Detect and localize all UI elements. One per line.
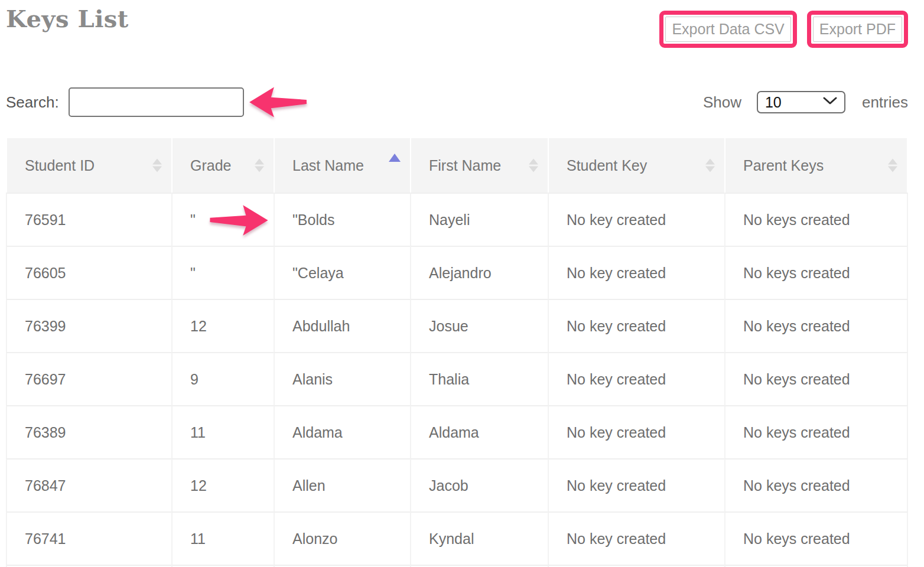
annotation-arrow-left — [248, 84, 309, 120]
cell-first-name — [410, 565, 548, 567]
cell-last-name: "Bolds — [274, 193, 410, 246]
search-label: Search: — [6, 93, 59, 112]
cell-student-key: No key created — [548, 352, 724, 405]
column-header-last-name[interactable]: Last Name — [274, 138, 410, 193]
table-row: 76605""CelayaAlejandroNo key createdNo k… — [6, 246, 908, 299]
cell-text: No keys created — [743, 424, 850, 441]
cell-text: "Bolds — [292, 211, 334, 228]
cell-grade: " — [171, 246, 274, 299]
cell-text: Alejandro — [429, 265, 492, 281]
cell-text: Kyndal — [429, 530, 474, 547]
cell-text: 76591 — [25, 211, 66, 228]
cell-text: " — [190, 211, 196, 228]
table-row-partial — [6, 565, 908, 567]
cell-text: Nayeli — [429, 211, 470, 228]
cell-parent-keys: No keys created — [724, 193, 908, 246]
annotation-box-export-csv: Export Data CSV — [659, 11, 796, 48]
cell-text: No keys created — [743, 530, 850, 547]
table-row: 7684712AllenJacobNo key createdNo keys c… — [6, 458, 908, 511]
cell-last-name: Alanis — [274, 352, 410, 405]
cell-student-key: No key created — [548, 458, 724, 511]
cell-grade: 11 — [171, 511, 274, 565]
column-header-parent-keys[interactable]: Parent Keys — [724, 138, 908, 193]
cell-grade: 12 — [171, 458, 274, 511]
cell-last-name: Allen — [274, 458, 410, 511]
cell-text: No keys created — [743, 318, 850, 334]
cell-grade: 9 — [171, 352, 274, 405]
cell-parent-keys: No keys created — [724, 458, 908, 511]
cell-parent-keys: No keys created — [724, 299, 908, 352]
cell-parent-keys — [724, 565, 908, 567]
keys-list-page: Keys List Export Data CSV Export PDF Sea… — [0, 0, 924, 567]
cell-text: 76605 — [25, 265, 66, 281]
page-size-area: Show 10 entries — [703, 91, 908, 113]
cell-text: Allen — [292, 477, 326, 494]
cell-text: 9 — [190, 371, 199, 387]
cell-student-key: No key created — [548, 511, 724, 565]
cell-last-name — [274, 565, 410, 567]
column-label: Parent Keys — [743, 157, 824, 174]
cell-first-name: Aldama — [410, 405, 548, 458]
cell-grade: 11 — [171, 405, 274, 458]
cell-text: No keys created — [743, 211, 850, 228]
cell-text: No key created — [567, 424, 666, 441]
cell-last-name: Abdullah — [274, 299, 410, 352]
table-row: 7638911AldamaAldamaNo key createdNo keys… — [6, 405, 908, 458]
cell-text: Jacob — [429, 477, 468, 494]
cell-student-id — [6, 565, 171, 567]
cell-text: No key created — [567, 265, 666, 281]
cell-first-name: Kyndal — [410, 511, 548, 565]
column-header-student-id[interactable]: Student ID — [6, 138, 171, 193]
cell-first-name: Nayeli — [410, 193, 548, 246]
table-controls: Search: Show 10 entries — [6, 86, 908, 119]
table-row: 766979AlanisThaliaNo key createdNo keys … — [6, 352, 908, 405]
cell-last-name: "Celaya — [274, 246, 410, 299]
keys-table: Student IDGradeLast NameFirst NameStuden… — [6, 138, 908, 567]
cell-text: Aldama — [292, 424, 343, 441]
page-header: Keys List Export Data CSV Export PDF — [6, 5, 908, 48]
cell-text: No key created — [567, 318, 666, 334]
cell-text: Aldama — [429, 424, 479, 441]
sort-icon — [888, 159, 897, 172]
cell-parent-keys: No keys created — [724, 405, 908, 458]
cell-first-name: Thalia — [410, 352, 548, 405]
cell-text: Abdullah — [292, 318, 350, 334]
cell-text: Josue — [429, 318, 468, 334]
export-buttons-group: Export Data CSV Export PDF — [659, 11, 908, 48]
chevron-down-icon — [823, 97, 837, 107]
sort-icon — [152, 159, 162, 172]
cell-text: 76389 — [25, 424, 66, 441]
cell-text: 11 — [190, 530, 206, 547]
cell-parent-keys: No keys created — [724, 246, 908, 299]
page-size-select[interactable]: 10 — [757, 91, 845, 113]
cell-student-id: 76847 — [6, 458, 171, 511]
cell-student-id: 76389 — [6, 405, 171, 458]
export-pdf-button[interactable]: Export PDF — [813, 17, 902, 42]
cell-student-id: 76591 — [6, 193, 171, 246]
table-header-row: Student IDGradeLast NameFirst NameStuden… — [6, 138, 908, 193]
cell-text: 12 — [190, 318, 207, 334]
cell-text: 12 — [190, 477, 207, 494]
sort-ascending-icon — [389, 154, 401, 162]
column-label: Last Name — [292, 157, 364, 174]
cell-text: "Celaya — [292, 265, 344, 281]
cell-text: No key created — [567, 477, 666, 494]
cell-text: Alonzo — [292, 530, 337, 547]
search-input[interactable] — [69, 87, 244, 117]
column-label: Student ID — [25, 157, 95, 174]
cell-text: 76847 — [25, 477, 66, 494]
column-label: Grade — [190, 157, 231, 174]
cell-first-name: Alejandro — [410, 246, 548, 299]
table-row: 76591" "BoldsNayeliNo key createdNo keys… — [6, 193, 908, 246]
column-header-student-key[interactable]: Student Key — [548, 138, 724, 193]
column-header-grade[interactable]: Grade — [171, 138, 274, 193]
cell-student-id: 76741 — [6, 511, 171, 565]
search-area: Search: — [6, 84, 309, 120]
annotation-arrow-right — [206, 202, 272, 239]
export-csv-button[interactable]: Export Data CSV — [665, 17, 790, 42]
column-header-first-name[interactable]: First Name — [410, 138, 548, 193]
cell-text: No key created — [567, 530, 666, 547]
cell-text: Alanis — [292, 371, 333, 387]
column-label: First Name — [429, 157, 501, 174]
page-title: Keys List — [6, 5, 129, 33]
